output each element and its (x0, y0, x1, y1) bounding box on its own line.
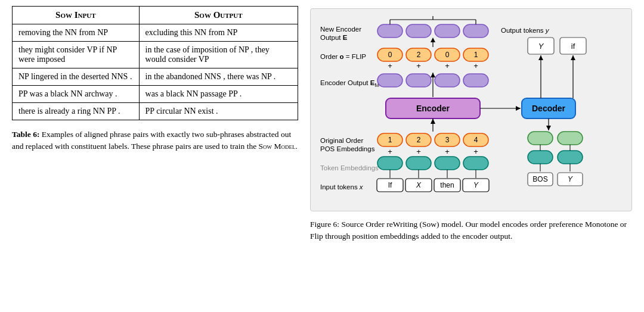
inp-tok-y: Y (473, 181, 479, 189)
dec-inp-green1 (528, 132, 553, 145)
plus1: + (416, 61, 421, 70)
new-enc-pill3 (435, 24, 460, 38)
pos-val1: 1 (388, 136, 392, 144)
col2-header: Sow Output (139, 7, 298, 24)
table-row: PP was a black NN archway .was a black N… (13, 86, 298, 103)
plus-pos3: + (473, 147, 478, 156)
plus2: + (445, 61, 450, 70)
dec-inp-green2 (558, 132, 583, 145)
input-cell: removing the NN from NP (13, 24, 140, 42)
table-caption: Table 6: Examples of aligned phrase pair… (12, 129, 298, 153)
plus0: + (388, 61, 392, 70)
diagram-container: New Encoder Output E Order o = FLIP 0 2 (310, 8, 632, 211)
caption-text: Examples of aligned phrase pairs with ex… (12, 130, 291, 151)
em-pill3 (435, 74, 460, 87)
em-pill2 (406, 74, 431, 87)
output-cell: in the case of imposition of NP , they w… (139, 42, 298, 68)
col1-header: Sow Input (13, 7, 140, 24)
order-val0: 0 (388, 51, 392, 59)
order-val0b: 0 (445, 51, 450, 59)
output-cell: PP circular NN exist . (139, 103, 298, 120)
dec-inp-teal2 (558, 151, 583, 164)
tok-pill3 (435, 157, 460, 170)
tok-pill4 (463, 157, 488, 170)
pos-emb-label: POS Embeddings (320, 145, 375, 152)
plus-pos1: + (416, 147, 421, 156)
new-enc-pill1 (377, 24, 402, 38)
plus-pos0: + (388, 147, 392, 156)
decoder-label: Decoder (532, 104, 566, 113)
dec-to-pills-arrow (546, 126, 551, 130)
inp-tok-then: then (440, 181, 454, 189)
output-cell: was a black NN passage PP . (139, 86, 298, 103)
caption-label: Table 6: (12, 130, 39, 139)
output-cell: in the abandoned NNS , there was NP . (139, 68, 298, 86)
enc-to-em-arrowhead (431, 73, 435, 77)
pos-to-enc-arrowhead (431, 118, 435, 124)
plus-pos2: + (445, 147, 450, 156)
encoder-label: Encoder (416, 104, 450, 113)
enc-dec-arrow (516, 106, 521, 111)
dec-to-if-arrow (571, 55, 575, 60)
main-table: Sow Input Sow Output removing the NN fro… (12, 6, 298, 120)
new-enc-pill4 (463, 24, 488, 38)
input-cell: there is already a ring NN PP . (13, 103, 140, 120)
em-pill4 (463, 74, 488, 87)
input-cell: they might consider VP if NP were impose… (13, 42, 140, 68)
em-pill1 (377, 74, 402, 87)
table-row: removing the NN from NPexcluding this NN… (13, 24, 298, 42)
output-cell: excluding this NN from NP (139, 24, 298, 42)
inp-tok-if: If (388, 181, 392, 189)
plus3: + (473, 61, 478, 70)
dec-to-y-arrow (538, 55, 543, 60)
input-cell: PP was a black NN archway . (13, 86, 140, 103)
bos-label: BOS (532, 175, 547, 183)
figure-caption: Figure 6: Source Order reWriting (Sow) m… (310, 219, 632, 243)
inp-tok-x: X (416, 181, 422, 189)
right-panel: New Encoder Output E Order o = FLIP 0 2 (310, 6, 632, 306)
caption-period: . (295, 142, 297, 151)
dec-inp-teal1 (528, 151, 553, 164)
caption-model: Sow Model (259, 142, 296, 151)
tok-pill2 (406, 157, 431, 170)
output-tokens-label: Output tokens y (501, 27, 550, 34)
arrow-em-up-head (431, 38, 435, 42)
tok-pill1 (377, 157, 402, 170)
order-val1: 1 (474, 51, 478, 59)
em-label: Encoder Output EM (320, 79, 379, 88)
order-label: Order o = FLIP (320, 53, 366, 60)
fig-caption-text: Source Order reWriting (Sow) model. Our … (310, 220, 627, 241)
token-emb-label: Token Embeddings (320, 164, 379, 171)
out-tok-if: if (571, 42, 575, 51)
table-row: NP lingered in the deserted NNS .in the … (13, 68, 298, 86)
input-cell: NP lingered in the deserted NNS . (13, 68, 140, 86)
new-encoder-label1: New Encoder (320, 26, 361, 33)
out-tok-y: Y (538, 42, 544, 51)
diagram-svg: New Encoder Output E Order o = FLIP 0 2 (319, 15, 581, 202)
pos-val2: 2 (417, 136, 421, 144)
y-label: Y (568, 175, 573, 183)
original-order-label: Original Order (320, 137, 363, 144)
new-encoder-label2: Output E (320, 34, 348, 41)
pos-val4: 4 (474, 136, 478, 144)
table-row: they might consider VP if NP were impose… (13, 42, 298, 68)
fig-caption-label: Figure 6: (310, 220, 339, 229)
input-tokens-label: Input tokens x (320, 183, 364, 191)
pos-val3: 3 (445, 136, 450, 144)
table-row: there is already a ring NN PP .PP circul… (13, 103, 298, 120)
left-panel: Sow Input Sow Output removing the NN fro… (12, 6, 298, 306)
order-val2: 2 (417, 51, 421, 59)
new-enc-pill2 (406, 24, 431, 38)
